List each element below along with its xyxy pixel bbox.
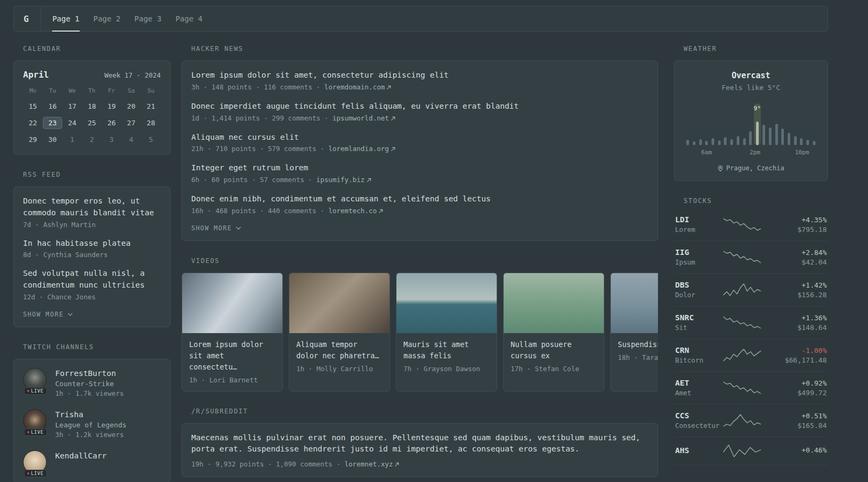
avatar[interactable]: LIVE — [23, 409, 48, 433]
hn-title-link[interactable]: Lorem ipsum dolor sit amet, consectetur … — [191, 70, 648, 81]
stock-change: +1.36% — [762, 314, 827, 322]
stock-row[interactable]: AET Amet +0.92% $499.72 — [674, 372, 828, 404]
widget-title-twitch: TWITCH CHANNELS — [23, 343, 170, 351]
weather-bar — [710, 103, 716, 145]
weather-bar — [716, 103, 722, 145]
avatar[interactable]: LIVE — [23, 368, 48, 391]
channel-name[interactable]: Trisha — [55, 410, 83, 419]
video-thumbnail[interactable] — [611, 273, 658, 333]
live-badge: LIVE — [24, 387, 47, 395]
video-title[interactable]: Mauris sit amet massa felis — [403, 340, 469, 360]
channel-name[interactable]: ForrestBurton — [55, 369, 116, 378]
rss-item: Donec tempor eros leo, ut commodo mauris… — [23, 195, 161, 229]
video-card[interactable]: Aliquam tempor dolor nec pharetra… 1h · … — [289, 273, 390, 391]
weather-bar — [811, 103, 817, 145]
stock-name: Amet — [675, 389, 722, 397]
channel-viewers: 1h · 1.7k viewers — [55, 389, 124, 397]
rss-card: Donec tempor eros leo, ut commodo mauris… — [13, 186, 170, 327]
stock-name: Dolor — [675, 291, 722, 299]
video-body: Nullam posuere cursus ex 17h · Stefan Co… — [504, 333, 604, 380]
calendar-day-header: Mo — [23, 87, 43, 96]
channel-name[interactable]: KendallCarr — [55, 451, 107, 460]
tab-page-4[interactable]: Page 4 — [168, 6, 209, 31]
video-thumbnail[interactable] — [504, 273, 604, 333]
video-card[interactable]: Mauris sit amet massa felis 7h · Grayson… — [396, 273, 497, 391]
twitch-channel[interactable]: LIVE Trisha League of Legends 3h · 1.2k … — [23, 409, 161, 439]
video-thumbnail[interactable] — [396, 273, 497, 333]
video-body: Mauris sit amet massa felis 7h · Grayson… — [396, 333, 497, 380]
stock-row[interactable]: CCS Consectetur +0.51% $165.84 — [674, 404, 828, 437]
weather-bar — [704, 103, 710, 145]
subreddit-card: Maecenas mollis pulvinar erat non posuer… — [182, 423, 658, 478]
rss-item-link[interactable]: Sed volutpat nulla nisl, a condimentum n… — [23, 268, 161, 291]
stock-row[interactable]: DBS Dolor +1.42% $156.28 — [674, 274, 828, 306]
stock-price: $148.64 — [762, 323, 827, 332]
stock-row[interactable]: CRN Bitcorn -1.00% $66,171.48 — [674, 339, 828, 372]
rss-item-link[interactable]: Donec tempor eros leo, ut commodo mauris… — [23, 195, 161, 219]
hn-domain-text: loremtech.co — [328, 207, 377, 215]
video-title[interactable]: Aliquam tempor dolor nec pharetra… — [296, 340, 379, 360]
stock-row[interactable]: AHS +0.46% — [674, 437, 828, 465]
video-title[interactable]: Nullam posuere cursus ex — [511, 340, 572, 360]
twitch-channel[interactable]: LIVE ForrestBurton Counter-Strike 1h · 1… — [23, 368, 161, 397]
weather-widget: WEATHER Overcast Feels like 5°C 9° 6am2p… — [674, 45, 828, 181]
video-card[interactable]: Lorem ipsum dolor sit amet consectetu… 1… — [182, 273, 283, 391]
show-more-button[interactable]: SHOW MORE — [23, 311, 73, 318]
hn-domain-link[interactable]: ipsumworld.net — [332, 114, 395, 122]
rss-widget: RSS FEED Donec tempor eros leo, ut commo… — [13, 171, 170, 327]
stock-ticker: IIG — [675, 248, 722, 257]
weather-bar — [685, 103, 691, 145]
channel-game[interactable]: League of Legends — [55, 421, 126, 429]
stock-row[interactable]: LDI Lorem +4.35% $795.18 — [674, 213, 828, 241]
widget-title-weather: WEATHER — [684, 45, 828, 52]
video-thumbnail[interactable] — [289, 273, 390, 333]
weather-time-label: 10pm — [795, 149, 810, 156]
widget-title-stocks: STOCKS — [684, 197, 828, 205]
hn-domain-link[interactable]: loremdomain.com — [324, 83, 391, 91]
channel-info: ForrestBurton Counter-Strike 1h · 1.7k v… — [55, 368, 124, 397]
stock-row[interactable]: SNRC Sit +1.36% $148.64 — [674, 306, 828, 339]
video-thumbnail[interactable] — [182, 273, 282, 333]
stock-ticker: DBS — [675, 281, 722, 289]
video-card[interactable]: Nullam posuere cursus ex 17h · Stefan Co… — [503, 273, 604, 391]
stock-ticker: CRN — [675, 346, 722, 355]
video-title[interactable]: Lorem ipsum dolor sit amet consectetu… — [189, 340, 263, 371]
calendar-header: April Week 17 · 2024 — [23, 70, 161, 80]
calendar-day: 3 — [102, 133, 122, 146]
stock-change: +0.51% — [762, 412, 827, 420]
stock-price: $165.84 — [762, 421, 827, 430]
hn-domain-link[interactable]: loremlandia.org — [328, 145, 395, 153]
avatar[interactable]: LIVE — [23, 450, 48, 474]
calendar-day: 19 — [102, 100, 122, 112]
video-title[interactable]: Suspendisse diam — [618, 340, 658, 349]
stock-ticker: LDI — [675, 215, 722, 224]
hn-title-link[interactable]: Donec enim nibh, condimentum et accumsan… — [191, 193, 648, 205]
hn-title-link[interactable]: Integer eget rutrum lorem — [191, 162, 648, 174]
tab-page-2[interactable]: Page 2 — [86, 6, 128, 31]
hn-title-link[interactable]: Aliquam nec cursus elit — [191, 132, 648, 144]
hn-item: Donec enim nibh, condimentum et accumsan… — [191, 193, 648, 215]
calendar-day: 15 — [23, 100, 43, 112]
channel-game[interactable]: Counter-Strike — [55, 380, 124, 388]
hn-domain-link[interactable]: ipsumify.biz — [316, 176, 371, 184]
rss-item-link[interactable]: In hac habitasse platea — [23, 238, 161, 250]
calendar-card: April Week 17 · 2024 MoTuWeThFrSaSu15161… — [13, 61, 170, 155]
show-more-button[interactable]: SHOW MORE — [191, 224, 241, 232]
calendar-day: 29 — [23, 133, 43, 146]
twitch-channel[interactable]: LIVE KendallCarr — [23, 450, 161, 474]
hn-title-link[interactable]: Donec imperdiet augue tincidunt felis al… — [191, 101, 648, 112]
tab-page-3[interactable]: Page 3 — [128, 6, 169, 31]
reddit-post-link[interactable]: Maecenas mollis pulvinar erat non posuer… — [191, 432, 648, 456]
tab-page-1[interactable]: Page 1 — [46, 6, 87, 31]
reddit-domain-link[interactable]: loremnet.xyz — [345, 460, 399, 468]
stock-row[interactable]: IIG Ipsum +2.84% $42.04 — [674, 241, 828, 274]
reddit-post-meta: 19h · 9,932 points · 1,090 comments · lo… — [191, 460, 648, 468]
calendar-day: 22 — [23, 117, 43, 129]
stock-name: Sit — [675, 323, 722, 332]
channel-info: KendallCarr — [55, 450, 107, 462]
calendar-day: 5 — [141, 133, 161, 146]
weather-bar — [729, 103, 735, 145]
app-logo[interactable]: G — [24, 6, 41, 31]
hn-domain-link[interactable]: loremtech.co — [328, 207, 383, 215]
video-card[interactable]: Suspendisse diam 18h · Tara — [610, 273, 658, 391]
